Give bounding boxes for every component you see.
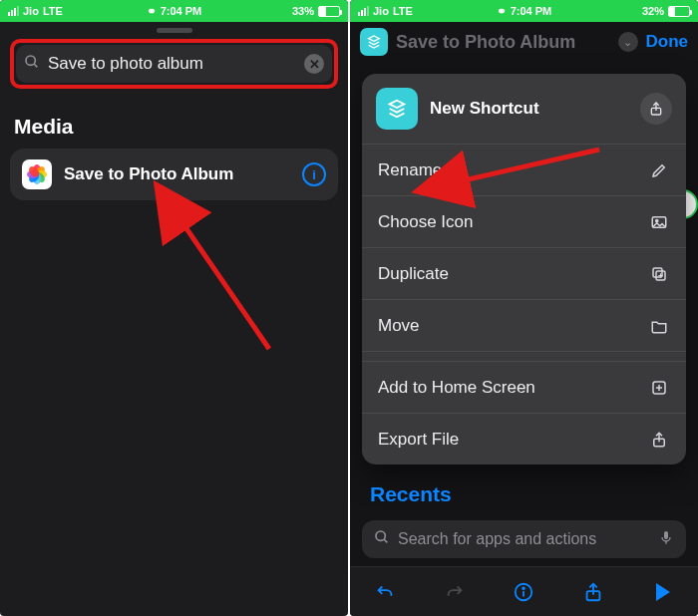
- search-icon: [24, 54, 40, 74]
- action-search-input[interactable]: Search for apps and actions: [362, 520, 686, 558]
- mic-icon[interactable]: [658, 528, 674, 550]
- done-button[interactable]: Done: [646, 32, 689, 52]
- image-icon: [648, 211, 670, 233]
- shortcut-title[interactable]: Save to Photo Album: [396, 32, 610, 53]
- battery-pct: 33%: [292, 5, 314, 17]
- sheet-title: New Shortcut: [430, 99, 628, 119]
- clear-button[interactable]: ✕: [304, 54, 324, 74]
- action-label: Save to Photo Album: [64, 164, 290, 184]
- action-save-to-photo-album[interactable]: Save to Photo Album i: [10, 149, 338, 200]
- folder-icon: [648, 315, 670, 337]
- battery-icon: [668, 6, 690, 17]
- hotspot-icon: ⚭: [147, 4, 157, 18]
- menu-label: Choose Icon: [378, 212, 473, 232]
- clock: 7:04 PM: [511, 5, 552, 17]
- status-bar: Jio LTE ⚭ 7:04 PM 32%: [350, 0, 698, 22]
- svg-point-0: [26, 56, 35, 65]
- share-button[interactable]: [577, 576, 609, 608]
- network-label: LTE: [393, 5, 413, 17]
- status-bar: Jio LTE ⚭ 7:04 PM 33%: [0, 0, 348, 22]
- menu-export[interactable]: Export File: [362, 413, 686, 464]
- battery-icon: [318, 6, 340, 17]
- photos-app-icon: [22, 159, 52, 189]
- bottom-toolbar: [350, 566, 698, 616]
- undo-button[interactable]: [369, 576, 401, 608]
- network-label: LTE: [43, 5, 63, 17]
- recents-header[interactable]: Recents: [370, 482, 452, 506]
- svg-rect-13: [664, 531, 668, 539]
- signal-icon: [8, 6, 19, 16]
- plus-square-icon: [648, 377, 670, 399]
- carrier-label: Jio: [373, 5, 389, 17]
- editor-topbar: Save to Photo Album ⌄ Done: [350, 22, 698, 62]
- menu-label: Move: [378, 316, 420, 336]
- clock: 7:04 PM: [161, 5, 202, 17]
- svg-point-17: [524, 587, 525, 589]
- shortcut-app-icon[interactable]: [360, 28, 388, 56]
- menu-label: Rename: [378, 160, 442, 180]
- annotation-highlight: Save to photo album ✕: [10, 39, 338, 89]
- redo-button: [439, 576, 471, 608]
- menu-label: Add to Home Screen: [378, 378, 535, 398]
- options-sheet: New Shortcut Rename Choose Icon Duplicat…: [362, 74, 686, 464]
- info-button[interactable]: i: [302, 162, 326, 186]
- signal-icon: [358, 6, 369, 16]
- svg-point-11: [376, 531, 385, 540]
- menu-label: Duplicate: [378, 264, 449, 284]
- search-value: Save to photo album: [48, 54, 296, 74]
- pencil-icon: [648, 159, 670, 181]
- battery-pct: 32%: [642, 5, 664, 17]
- search-placeholder: Search for apps and actions: [398, 530, 596, 548]
- hotspot-icon: ⚭: [497, 4, 507, 18]
- sheet-grabber[interactable]: [157, 28, 192, 33]
- svg-point-5: [656, 219, 658, 221]
- run-button[interactable]: [647, 576, 679, 608]
- menu-move[interactable]: Move: [362, 299, 686, 351]
- svg-line-12: [384, 539, 387, 542]
- chevron-down-icon[interactable]: ⌄: [618, 32, 638, 52]
- menu-rename[interactable]: Rename: [362, 144, 686, 195]
- svg-line-1: [34, 64, 37, 67]
- svg-line-2: [181, 221, 269, 349]
- search-input[interactable]: Save to photo album ✕: [16, 45, 332, 83]
- menu-duplicate[interactable]: Duplicate: [362, 247, 686, 299]
- duplicate-icon: [648, 263, 670, 285]
- left-screenshot: Jio LTE ⚭ 7:04 PM 33% Save to photo albu…: [0, 0, 348, 616]
- shortcut-app-icon: [376, 88, 418, 130]
- menu-choose-icon[interactable]: Choose Icon: [362, 195, 686, 247]
- info-button[interactable]: [508, 576, 539, 608]
- right-screenshot: Jio LTE ⚭ 7:04 PM 32% Save to Photo Albu…: [350, 0, 698, 616]
- menu-add-home[interactable]: Add to Home Screen: [362, 361, 686, 413]
- section-header: Media: [14, 115, 334, 139]
- search-icon: [374, 529, 390, 549]
- export-icon: [648, 429, 670, 451]
- carrier-label: Jio: [23, 5, 39, 17]
- share-button[interactable]: [640, 93, 672, 125]
- menu-label: Export File: [378, 430, 459, 450]
